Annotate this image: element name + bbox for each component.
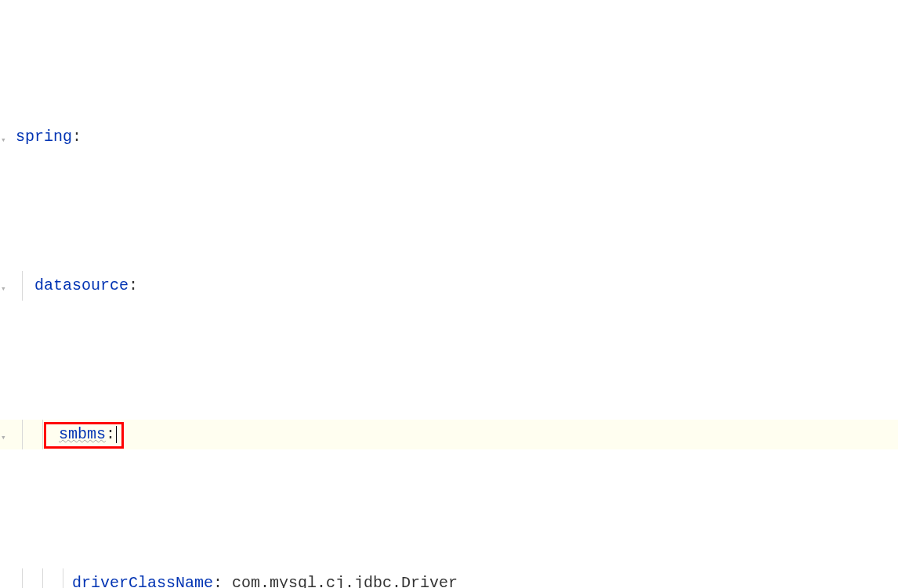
yaml-editor[interactable]: ▾ spring: ▾ datasource: ▾ smbms: driverC… xyxy=(0,3,898,588)
code-line[interactable]: ▾ spring: xyxy=(0,122,898,152)
fold-icon[interactable]: ▾ xyxy=(1,132,10,142)
code-line-current[interactable]: ▾ smbms: xyxy=(0,420,898,449)
yaml-key: spring xyxy=(16,128,72,146)
yaml-key: datasource xyxy=(34,276,129,294)
code-line[interactable]: ▾ datasource: xyxy=(0,271,898,301)
yaml-key: smbms xyxy=(59,425,106,443)
cursor xyxy=(116,426,117,443)
yaml-key: driverClassName xyxy=(72,574,213,588)
yaml-value: com.mysql.cj.jdbc.Driver xyxy=(232,574,458,588)
code-line[interactable]: driverClassName: com.mysql.cj.jdbc.Drive… xyxy=(0,568,898,588)
fold-icon[interactable]: ▾ xyxy=(1,281,10,290)
fold-icon[interactable]: ▾ xyxy=(1,430,10,439)
highlight-box: smbms: xyxy=(44,422,124,449)
